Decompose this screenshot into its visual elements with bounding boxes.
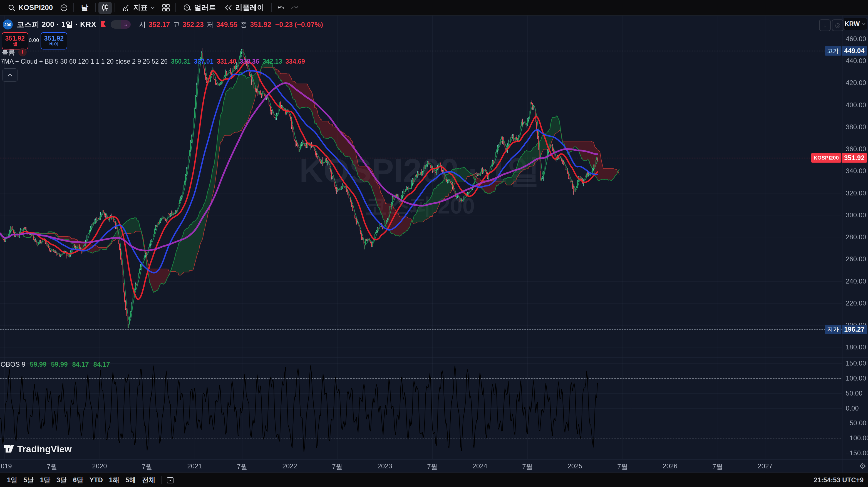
symbol-logo[interactable]: 200 bbox=[3, 20, 13, 29]
sell-label: 셀 bbox=[13, 42, 18, 47]
indicator-value: 342.13 bbox=[262, 58, 282, 65]
symbol-title[interactable]: 코스피 200 · 1일 · KRX bbox=[17, 20, 96, 29]
time-label: 2021 bbox=[187, 462, 202, 470]
time-label: 2027 bbox=[757, 462, 772, 470]
sell-button[interactable]: 351.92 셀 bbox=[2, 32, 28, 50]
range-button[interactable]: 1일 bbox=[4, 475, 20, 485]
oscillator-legend: OBOS 9 59.9959.9984.1784.17 bbox=[1, 360, 110, 368]
alert-label: 얼러트 bbox=[194, 3, 216, 12]
spread-value: 0.00 bbox=[28, 37, 40, 43]
interval-button[interactable]: 날 bbox=[76, 2, 93, 14]
range-button[interactable]: 전체 bbox=[139, 475, 158, 485]
ohlc-label: 고 bbox=[173, 20, 180, 29]
oscillator-value: 84.17 bbox=[72, 360, 89, 368]
buy-button[interactable]: 351.92 바이 bbox=[40, 32, 67, 50]
last-badge-value: 351.92 bbox=[842, 153, 867, 163]
toolbar-separator bbox=[95, 3, 96, 12]
top-toolbar: KOSPI200 날 지표 bbox=[0, 0, 868, 15]
ohlc-value: 351.92 bbox=[250, 21, 271, 29]
ohlc-values: 시352.17고352.23저349.55종351.92−0.23 (−0.07… bbox=[139, 20, 323, 29]
volume-error-icon[interactable]: ! bbox=[18, 48, 27, 57]
bottom-toolbar: 1일5날1달3달6달YTD1해5해전체 21:54:53 UTC+9 bbox=[0, 473, 868, 487]
snapshot-icon[interactable]: ◎ bbox=[832, 20, 843, 31]
market-status-chips[interactable]: – ≈ bbox=[111, 20, 131, 29]
range-button[interactable]: YTD bbox=[87, 475, 106, 485]
compare-add-icon[interactable] bbox=[57, 2, 71, 14]
range-buttons: 1일5날1달3달6달YTD1해5해전체 bbox=[4, 475, 158, 485]
indicator-value: 350.31 bbox=[171, 58, 190, 65]
oscillator-tick: 0.00 bbox=[846, 404, 859, 412]
time-label: 7월 bbox=[332, 462, 342, 471]
oscillator-title[interactable]: OBOS 9 bbox=[1, 360, 25, 368]
sell-price: 351.92 bbox=[5, 35, 25, 42]
ohlc-value: 349.55 bbox=[216, 21, 238, 29]
interval-label: 날 bbox=[81, 3, 88, 12]
clock[interactable]: 21:54:53 UTC+9 bbox=[814, 476, 864, 484]
low-price-badge: 저가 196.27 bbox=[825, 325, 867, 334]
flag-icon[interactable] bbox=[100, 20, 107, 29]
toolbar-separator bbox=[73, 3, 74, 12]
undo-button[interactable] bbox=[274, 2, 288, 14]
chart-style-button[interactable] bbox=[98, 2, 112, 14]
high-price-badge: 고가 449.04 bbox=[825, 46, 867, 56]
range-button[interactable]: 5날 bbox=[20, 475, 37, 485]
scroll-to-recent-icon[interactable]: ↓ bbox=[819, 20, 831, 31]
tradingview-wordmark: TradingView bbox=[17, 444, 72, 454]
price-tick: 260.00 bbox=[846, 255, 866, 263]
price-tick: 240.00 bbox=[846, 278, 866, 285]
alert-button[interactable]: 얼러트 bbox=[179, 2, 220, 14]
time-label: 7월 bbox=[617, 462, 627, 471]
toolbar-separator bbox=[271, 3, 272, 12]
oscillator-tick: −50.00 bbox=[846, 419, 866, 427]
price-tick: 400.00 bbox=[846, 101, 866, 109]
indicator-value: 338.36 bbox=[240, 58, 259, 65]
range-button[interactable]: 3달 bbox=[53, 475, 70, 485]
time-label: 2019 bbox=[0, 462, 12, 470]
currency-label: KRW bbox=[845, 20, 860, 28]
currency-dropdown[interactable]: KRW bbox=[843, 18, 867, 30]
legend-collapse-button[interactable] bbox=[2, 68, 18, 82]
symbol-search[interactable]: KOSPI200 bbox=[3, 2, 57, 14]
range-button[interactable]: 6달 bbox=[70, 475, 86, 485]
time-label: 7월 bbox=[142, 462, 152, 471]
minus-chip-icon: – bbox=[111, 20, 121, 29]
time-label: 7월 bbox=[47, 462, 57, 471]
range-button[interactable]: 5해 bbox=[122, 475, 139, 485]
time-label: 2023 bbox=[377, 462, 392, 470]
tradingview-app: KOSPI200 날 지표 bbox=[0, 0, 868, 487]
range-button[interactable]: 1해 bbox=[106, 475, 122, 485]
oscillator-tick: −100.00 bbox=[846, 434, 868, 442]
indicator-value: 334.69 bbox=[285, 58, 305, 65]
indicators-button[interactable]: 지표 bbox=[118, 2, 159, 14]
tradingview-mark-icon bbox=[3, 444, 14, 455]
chart-canvas[interactable] bbox=[0, 15, 868, 473]
goto-date-button[interactable] bbox=[164, 475, 177, 485]
tradingview-logo[interactable]: TradingView bbox=[3, 444, 72, 455]
volume-label[interactable]: 볼륨 bbox=[2, 48, 15, 57]
time-label: 2026 bbox=[662, 462, 677, 470]
indicator-title[interactable]: 7MA + Cloud + BB 5 30 60 120 1 1 1 20 cl… bbox=[1, 58, 168, 65]
ohlc-value: 352.23 bbox=[182, 21, 204, 29]
indicator-value: 337.01 bbox=[194, 58, 213, 65]
low-badge-value: 196.27 bbox=[842, 325, 867, 334]
replay-button[interactable]: 리플레이 bbox=[220, 2, 269, 14]
ohlc-value: 352.17 bbox=[149, 21, 170, 29]
price-tick: 460.00 bbox=[846, 35, 866, 43]
price-axis-border[interactable] bbox=[842, 15, 842, 473]
time-label: 7월 bbox=[427, 462, 437, 471]
alarm-clock-icon bbox=[183, 4, 191, 12]
low-badge-label: 저가 bbox=[825, 325, 841, 334]
oscillator-tick: 150.00 bbox=[846, 359, 866, 367]
price-tick: 300.00 bbox=[846, 211, 866, 219]
price-tick: 340.00 bbox=[846, 167, 866, 175]
redo-button[interactable] bbox=[288, 2, 301, 14]
time-label: 2022 bbox=[282, 462, 297, 470]
oscillator-tick: 100.00 bbox=[846, 375, 866, 382]
range-button[interactable]: 1달 bbox=[37, 475, 53, 485]
symbol-search-text: KOSPI200 bbox=[18, 3, 53, 12]
indicator-templates-icon[interactable] bbox=[159, 2, 173, 14]
oscillator-tick: 50.00 bbox=[846, 389, 862, 397]
price-tick: 320.00 bbox=[846, 189, 866, 197]
axis-settings-gear-icon[interactable]: ⚙ bbox=[859, 461, 866, 470]
ohlc-label: 저 bbox=[207, 20, 214, 29]
